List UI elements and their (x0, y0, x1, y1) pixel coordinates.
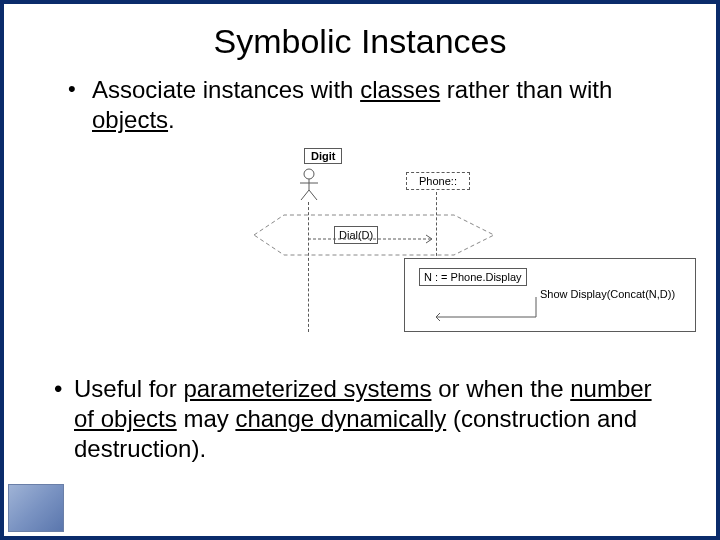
svg-line-3 (301, 190, 309, 200)
bullet-2-mid2: may (177, 405, 236, 432)
bullet-2-em3: change dynamically (235, 405, 446, 432)
slide: Symbolic Instances Associate instances w… (0, 0, 720, 540)
assign-box: N : = Phone.Display (419, 268, 527, 286)
sequence-diagram: Digit Phone:: Dial(D) (294, 150, 694, 350)
svg-point-0 (304, 169, 314, 179)
bullet-2: Useful for parameterized systems or when… (74, 374, 676, 464)
logo-icon (8, 484, 64, 532)
dial-arrow (308, 234, 438, 244)
bullet-1-em1: classes (360, 76, 440, 103)
bullet-list: Associate instances with classes rather … (4, 75, 716, 135)
bullet-1-suffix: . (168, 106, 175, 133)
bullet-1: Associate instances with classes rather … (64, 75, 656, 135)
bullet-2-mid1: or when the (431, 375, 570, 402)
bullet-2-em1: parameterized systems (183, 375, 431, 402)
digit-label: Digit (304, 148, 342, 164)
phone-box: Phone:: (406, 172, 470, 190)
show-arrow (436, 292, 546, 322)
page-title: Symbolic Instances (4, 22, 716, 61)
bullet-1-text: Associate instances with (92, 76, 360, 103)
bullet-1-em2: objects (92, 106, 168, 133)
show-label: Show Display(Concat(N,D)) (540, 288, 675, 300)
actor-icon (296, 168, 322, 206)
bullet-1-mid: rather than with (440, 76, 612, 103)
svg-line-4 (309, 190, 317, 200)
bullet-2-prefix: Useful for (74, 375, 183, 402)
